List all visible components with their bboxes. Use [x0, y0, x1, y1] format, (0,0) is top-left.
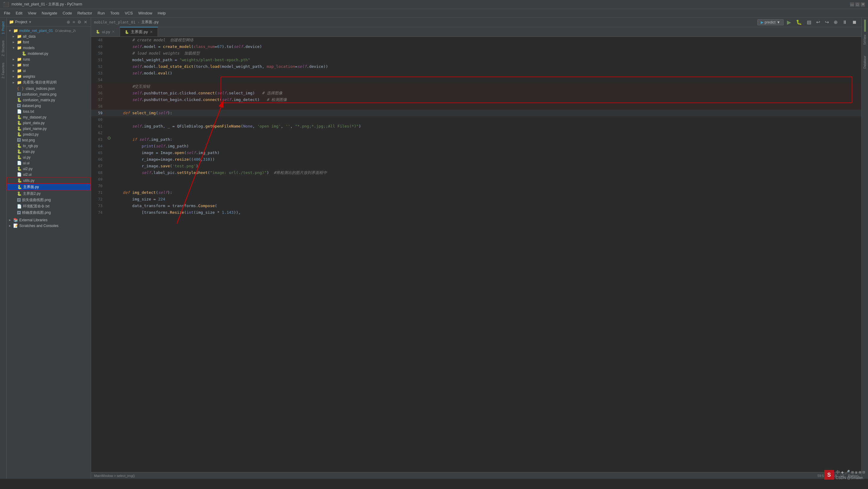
menu-file[interactable]: File [1, 10, 13, 16]
py-file-icon: 🐍 [22, 51, 27, 56]
tree-item-all_data[interactable]: ▶ 📁 all_data [7, 33, 91, 39]
back-button[interactable]: ↩ [815, 19, 822, 26]
menu-code[interactable]: Code [60, 10, 74, 16]
tree-item-my_dataset[interactable]: 🐍 my_dataset.py [7, 114, 91, 120]
line-number: 65 [91, 150, 106, 156]
line-number: 70 [91, 183, 106, 189]
code-line-49: 49 self.model = create_model(class_num=6… [91, 43, 861, 50]
line-number: 62 [91, 130, 106, 136]
panel-settings-button[interactable]: ⚙ [76, 19, 82, 25]
tree-item-font[interactable]: ▶ 📁 font [7, 39, 91, 45]
minimize-button[interactable]: — [850, 2, 854, 7]
tree-item-readme[interactable]: ▶ 📁 先看我-项目使用说明 [7, 79, 91, 86]
tree-item-dataset_png[interactable]: 🖼 dataset.png [7, 103, 91, 109]
tree-item-train[interactable]: 🐍 train.py [7, 149, 91, 154]
seview-icon[interactable]: SéView [863, 32, 867, 47]
tab-ui-py[interactable]: 🐍 ui.py ✕ [91, 27, 120, 36]
tree-item-models[interactable]: ▼ 📁 models [7, 45, 91, 51]
tree-item-predict[interactable]: 🐍 predict.py [7, 131, 91, 137]
menu-run[interactable]: Run [95, 10, 107, 16]
forward-button[interactable]: ↪ [824, 19, 830, 26]
tab-label: 主界面.py [131, 29, 148, 35]
run-button[interactable]: ▶ [785, 18, 793, 27]
menu-navigate[interactable]: Navigate [39, 10, 59, 16]
line-number: 74 [91, 209, 106, 216]
panel-collapse-button[interactable]: ≡ [72, 19, 76, 25]
code-editor[interactable]: 48 # create model 创建模型网络 49 self.model =… [91, 37, 861, 472]
ui-file-icon: 📄 [17, 172, 22, 177]
tree-item-to_rgb[interactable]: 🐍 to_rgb.py [7, 143, 91, 149]
tree-item-plant_name[interactable]: 🐍 plant_name.py [7, 126, 91, 131]
menu-refactor[interactable]: Refactor [75, 10, 95, 16]
code-content [112, 176, 861, 183]
tree-item-ui[interactable]: ▶ 📁 ui [7, 68, 91, 73]
tree-item-weights[interactable]: ▶ 📁 weights [7, 73, 91, 79]
tree-item-plant_data[interactable]: 🐍 plant_data.py [7, 120, 91, 126]
tree-label: plant_data.py [23, 121, 44, 125]
tree-item-utils_py[interactable]: 🐍 utils.py [7, 177, 91, 184]
tree-arrow: ▼ [13, 46, 16, 50]
tab-close-button[interactable]: ✕ [112, 30, 115, 34]
menu-view[interactable]: View [25, 10, 38, 16]
pause-button[interactable]: ⏸ [841, 19, 849, 26]
tree-item-main_py[interactable]: 🐍 主界面.py [7, 184, 91, 190]
menu-edit[interactable]: Edit [13, 10, 25, 16]
menu-help[interactable]: Help [155, 10, 168, 16]
sidebar-structure-icon[interactable]: Z: Structure [1, 38, 5, 59]
tree-item-ui2_py[interactable]: 🐍 ui2.py [7, 166, 91, 172]
panel-close-button[interactable]: ✕ [83, 19, 88, 25]
tree-item-ui2_ui[interactable]: 📄 ui2.ui [7, 172, 91, 177]
line-number: 61 [91, 123, 106, 130]
menu-window[interactable]: Window [136, 10, 155, 16]
tree-item-ext_libs[interactable]: ▶ 📚 External Libraries [7, 217, 91, 223]
tree-label: test.png [22, 138, 35, 142]
tree-item-main2_py[interactable]: 🐍 主界面2.py [7, 190, 91, 197]
panel-dropdown-icon[interactable]: ▼ [28, 20, 32, 24]
tree-item-loss_txt[interactable]: 📄 loss.txt [7, 109, 91, 114]
line-number: 63 [91, 136, 106, 143]
sidebar-2-icon[interactable]: 2: Favorites [1, 60, 5, 81]
tree-item-root[interactable]: ▼ 📁 mobile_net_plant_01 D:\desktop_2\ [7, 28, 91, 33]
tree-item-env_cmd[interactable]: 📄 环境配置命令.txt [7, 203, 91, 210]
line-number: 54 [91, 77, 106, 83]
line-number: 67 [91, 163, 106, 170]
debug-button[interactable]: 🐛 [795, 19, 804, 26]
code-line-65: 65 image = Image.open(self.img_path) [91, 150, 861, 156]
maximize-button[interactable]: □ [855, 2, 860, 7]
tab-main-py[interactable]: 🐍 主界面.py ✕ [120, 27, 158, 36]
code-line-51: 51 model_weight_path = "weights/plant-be… [91, 57, 861, 63]
database-icon[interactable]: Database [863, 53, 867, 71]
tree-item-mobilenet[interactable]: 🐍 mobilenet.py [7, 51, 91, 56]
tree-item-test[interactable]: ▶ 📁 test [7, 62, 91, 68]
project-panel: 📁 Project ▼ ⊕ ≡ ⚙ ✕ ▼ 📁 mobile_net_plant… [7, 18, 91, 479]
run-coverage-button[interactable]: ▤ [805, 19, 813, 26]
tree-item-confusion_matrix_py[interactable]: 🐍 confusion_matrix.py [7, 97, 91, 103]
tree-label: External Libraries [19, 218, 47, 222]
close-button[interactable]: ✕ [861, 2, 865, 7]
title-bar-controls[interactable]: — □ ✕ [850, 2, 865, 7]
tree-item-scratches[interactable]: ▶ 📝 Scratches and Consoles [7, 223, 91, 228]
bookmark-button[interactable]: ⊕ [832, 19, 839, 26]
menu-vcs[interactable]: VCS [122, 10, 135, 16]
code-line-53: 53 self.model.eval() [91, 70, 861, 77]
menu-tools[interactable]: Tools [108, 10, 122, 16]
code-content: data_transform = transforms.Compose( [112, 203, 861, 209]
sidebar-project-icon[interactable]: 1: Project [1, 19, 5, 36]
tree-item-class_indices[interactable]: { } class_indices.json [7, 86, 91, 91]
run-config-selector[interactable]: ▶ predict ▼ [757, 19, 784, 25]
csdn-icon-1: ◆ [841, 470, 844, 475]
tree-label: models [23, 46, 35, 50]
tab-close-button[interactable]: ✕ [150, 30, 153, 34]
panel-locate-button[interactable]: ⊕ [66, 19, 71, 25]
tree-item-test_png[interactable]: 🖼 test.png [7, 137, 91, 143]
tree-item-confusion_matrix_png[interactable]: 🖼 confusion_matrix.png [7, 91, 91, 97]
panel-controls: ⊕ ≡ ⚙ ✕ [66, 19, 88, 25]
tree-item-runs[interactable]: ▶ 📁 runs [7, 56, 91, 62]
txt-file-icon: 📄 [17, 109, 22, 114]
stop-button[interactable]: ⏹ [850, 19, 858, 26]
right-indicator-1 [864, 20, 866, 32]
tree-item-ui_ui[interactable]: 📄 ui.ui [7, 160, 91, 166]
tree-item-loss_chart[interactable]: 🖼 损失值曲线图.png [7, 197, 91, 203]
tree-item-acc_chart[interactable]: 🖼 精确度曲线图.png [7, 210, 91, 216]
tree-item-ui_py[interactable]: 🐍 ui.py [7, 154, 91, 160]
